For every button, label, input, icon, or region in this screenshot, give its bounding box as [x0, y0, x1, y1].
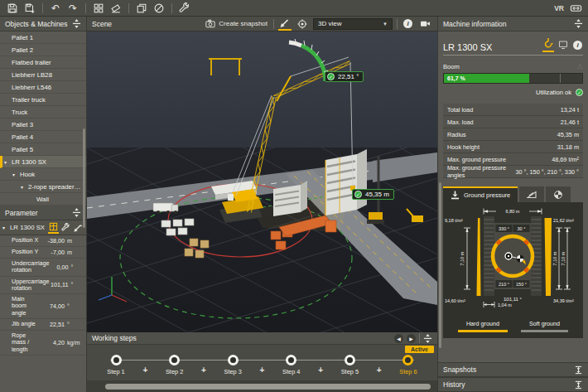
step-dot[interactable]	[111, 355, 122, 365]
scene-panel: Scene Create snapshot 3D view	[87, 17, 437, 392]
table-icon	[49, 222, 58, 231]
hook-info-tab[interactable]	[542, 37, 554, 52]
save-as-button[interactable]	[22, 1, 37, 15]
tab-slope[interactable]	[519, 186, 544, 202]
display-tab[interactable]	[557, 40, 569, 50]
view-mode-dropdown[interactable]: 3D view	[313, 18, 393, 30]
info-row: Max. ground pressure angles30 °, 150 °, …	[443, 166, 583, 178]
list-item-pallet-4[interactable]: Pallet 4	[0, 131, 86, 143]
parameter-value[interactable]: -7,00	[40, 249, 65, 256]
machine-name: LR 1300 SX	[443, 42, 492, 52]
expand-arrow-icon[interactable]	[21, 184, 28, 190]
track-length-dim-right-2: 7,10 m	[561, 251, 566, 265]
create-snapshot-button[interactable]: Create snapshot	[204, 18, 269, 29]
parameter-value[interactable]: 22,51	[40, 321, 65, 328]
parameter-value[interactable]: 0,00	[50, 264, 69, 271]
soft-ground-button[interactable]: Soft ground	[521, 318, 568, 332]
draw-tool-button[interactable]	[278, 17, 292, 31]
machine-details-button[interactable]	[572, 41, 583, 50]
parameter-value[interactable]: -38,00	[40, 237, 65, 244]
parameter-machine-row[interactable]: LR 1300 SX	[0, 220, 86, 235]
parameter-value[interactable]: 4,20	[40, 339, 65, 346]
insert-step-button[interactable]: +	[311, 365, 331, 375]
list-item-wall[interactable]: Wall	[0, 193, 86, 206]
step-dot[interactable]	[345, 355, 355, 365]
step-6[interactable]: Active Step 6	[389, 355, 427, 375]
step-5[interactable]: Step 5	[330, 355, 369, 375]
item-label: Hook	[20, 171, 35, 178]
history-panel-header[interactable]: History	[438, 377, 588, 392]
panel-adjust-icon[interactable]	[423, 334, 432, 343]
expand-panel-icon[interactable]	[574, 380, 583, 390]
pencil-icon	[74, 223, 83, 232]
step-dot[interactable]	[402, 355, 413, 365]
next-step-button[interactable]	[407, 334, 416, 343]
list-item-pallet-5[interactable]: Pallet 5	[0, 143, 86, 156]
tab-center-of-gravity[interactable]	[546, 186, 571, 202]
list-item-lr-1300-sx[interactable]: LR 1300 SX	[0, 156, 86, 168]
list-item-pallet-2[interactable]: Pallet 2	[0, 44, 86, 56]
parameter-value[interactable]: 101,11	[50, 281, 69, 288]
list-item-truck[interactable]: Truck	[0, 106, 86, 119]
step-dot[interactable]	[169, 355, 180, 365]
timeline-scrollbar[interactable]	[87, 380, 437, 392]
objects-scrollbar[interactable]	[83, 128, 85, 228]
settings-wrench-button[interactable]	[177, 1, 192, 15]
list-item-liebherr-lb28[interactable]: Liebherr LB28	[0, 69, 86, 81]
objects-panel-header: Objects & Machines	[0, 17, 86, 31]
scene-viewport[interactable]: 22,51 ° 45,35 m	[87, 31, 437, 332]
panel-adjust-icon[interactable]	[72, 19, 81, 28]
snap-grid-button[interactable]	[91, 1, 106, 15]
list-item-trailer-truck[interactable]: Trailer truck	[0, 94, 86, 106]
scene-video-button[interactable]	[418, 18, 432, 29]
list-item-hook[interactable]: Hook	[0, 168, 86, 181]
parameter-table-tab[interactable]	[48, 221, 59, 234]
parameter-unit: m	[65, 249, 83, 256]
list-item-2-rope-spreader[interactable]: 2-rope spreader…	[0, 181, 86, 193]
redo-button[interactable]: ↷	[65, 1, 80, 15]
panel-adjust-icon[interactable]	[72, 208, 81, 217]
utilization-percent: 61,7 %	[447, 75, 465, 81]
step-dot[interactable]	[228, 355, 239, 365]
step-3[interactable]: Step 3	[214, 355, 252, 375]
parameter-value[interactable]: 74,00	[40, 302, 65, 310]
save-button[interactable]	[5, 1, 20, 15]
list-item-liebherr-l546[interactable]: Liebherr L546	[0, 81, 86, 94]
list-item-pallet-3[interactable]: Pallet 3	[0, 119, 86, 131]
previous-step-button[interactable]	[394, 334, 403, 343]
parameter-tools-tab[interactable]	[60, 221, 71, 234]
insert-step-button[interactable]: +	[252, 365, 272, 375]
snapshots-panel-header[interactable]: Snapshots	[438, 362, 588, 377]
machine-info-scrollbar[interactable]	[439, 182, 441, 348]
vr-mode-button[interactable]	[568, 1, 583, 15]
step-2[interactable]: Step 2	[156, 355, 194, 375]
tab-ground-pressure[interactable]: Ground pressure	[443, 186, 518, 202]
info-label: Total load	[447, 106, 473, 114]
scene-info-button[interactable]	[402, 18, 414, 29]
scrollbar-thumb[interactable]	[105, 384, 431, 390]
insert-step-button[interactable]: +	[135, 365, 156, 375]
list-item-pallet-1[interactable]: Pallet 1	[0, 31, 86, 44]
pencil-icon	[280, 17, 290, 27]
insert-step-button[interactable]: +	[194, 365, 214, 375]
hard-ground-button[interactable]: Hard ground	[458, 318, 508, 332]
panel-adjust-icon[interactable]	[574, 19, 583, 28]
undo-button[interactable]: ↶	[48, 1, 63, 15]
list-item-flatbed-trailer[interactable]: Flatbed trailer	[0, 56, 86, 69]
expand-arrow-icon[interactable]	[2, 225, 10, 230]
expand-arrow-icon[interactable]	[4, 159, 12, 165]
target-tool-button[interactable]	[296, 18, 309, 30]
cancel-button[interactable]	[152, 1, 166, 15]
expand-arrow-icon[interactable]	[12, 172, 20, 177]
expand-panel-icon[interactable]	[574, 365, 583, 375]
step-dot[interactable]	[286, 355, 296, 365]
track-length-dim-left: 7,10 m	[460, 251, 465, 265]
step-4[interactable]: Step 4	[272, 355, 311, 375]
right-pressure-bar	[545, 218, 552, 296]
eraser-button[interactable]	[108, 1, 123, 15]
radius-value: 45,35 m	[365, 191, 389, 198]
step-1[interactable]: Step 1	[97, 355, 135, 375]
copy-button[interactable]	[134, 1, 149, 15]
insert-step-button[interactable]: +	[369, 365, 389, 375]
objects-panel: Objects & Machines Pallet 1 Pallet 2 Fla…	[0, 17, 87, 392]
